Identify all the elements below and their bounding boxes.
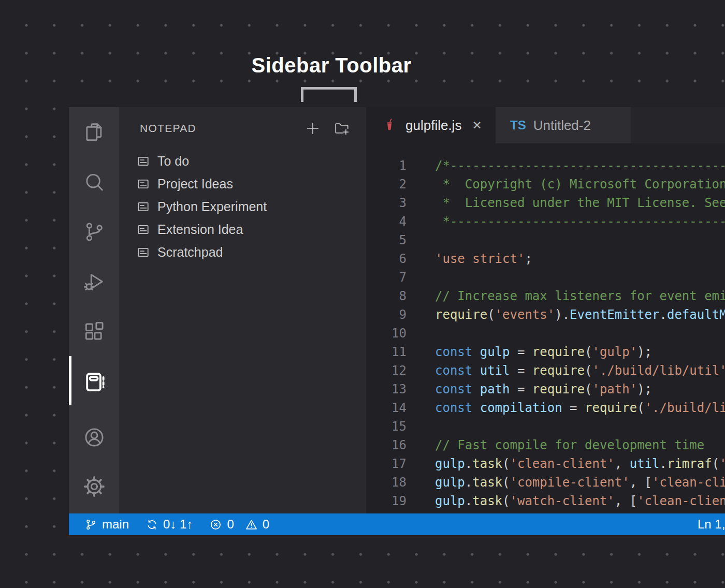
status-cursor-position[interactable]: Ln 1,: [698, 513, 725, 535]
code-line: 18gulp.task('compile-client', ['clean-cl…: [366, 473, 725, 492]
activity-item-run-debug[interactable]: [69, 270, 119, 295]
sidebar-header: NOTEPAD: [119, 107, 366, 150]
note-item[interactable]: Extension Idea: [119, 218, 366, 241]
git-branch-icon: [84, 518, 97, 531]
notes-list: To doProject IdeasPython ExperimentExten…: [119, 150, 366, 263]
tab-untitled-2[interactable]: TS Untitled-2: [496, 107, 631, 143]
code-line: 14const compilation = require('./build/l…: [366, 399, 725, 417]
line-number: 1: [366, 156, 407, 175]
code-line: 8// Increase max listeners for event emi…: [366, 287, 725, 305]
note-icon: [136, 154, 150, 168]
code-line: 4 *-------------------------------------…: [366, 212, 725, 231]
note-icon: [136, 223, 150, 237]
new-note-button[interactable]: [304, 120, 322, 137]
extensions-icon: [82, 320, 106, 344]
sidebar-toolbar: [304, 120, 351, 137]
line-number: 11: [366, 343, 407, 361]
code-text: require('events').EventEmitter.defaultMa…: [435, 305, 725, 324]
sidebar: NOTEPAD To doProject IdeasPython Experim…: [119, 107, 366, 513]
code-text: const util = require('./build/lib/util')…: [435, 361, 725, 380]
close-icon[interactable]: ✕: [472, 119, 482, 133]
page-background: Sidebar Toolbar NOTEPAD To doProject Ide…: [0, 0, 725, 588]
line-number: 3: [366, 194, 407, 212]
note-label: Python Experiment: [157, 199, 267, 214]
note-item[interactable]: Project Ideas: [119, 172, 366, 195]
note-icon: [136, 245, 150, 259]
activity-item-settings[interactable]: [69, 474, 119, 499]
activity-item-source-control[interactable]: [69, 219, 119, 244]
tab-label: Untitled-2: [533, 117, 591, 134]
code-editor[interactable]: 1/*-------------------------------------…: [366, 143, 725, 513]
line-number: 5: [366, 231, 407, 249]
line-number: 12: [366, 361, 407, 380]
status-branch[interactable]: main: [84, 517, 129, 532]
search-icon: [82, 170, 106, 194]
code-line: 6'use strict';: [366, 249, 725, 268]
code-line: 3 * Licensed under the MIT License. See …: [366, 194, 725, 212]
note-label: To do: [157, 154, 189, 169]
account-icon: [82, 425, 106, 449]
main-row: NOTEPAD To doProject IdeasPython Experim…: [69, 107, 725, 513]
branch-name: main: [102, 517, 129, 532]
vscode-window: NOTEPAD To doProject IdeasPython Experim…: [69, 107, 725, 535]
code-text: // Increase max listeners for event emit…: [435, 287, 725, 305]
activity-item-notepad[interactable]: [69, 370, 119, 394]
code-line: 2 * Copyright (c) Microsoft Corporation.…: [366, 175, 725, 194]
note-label: Project Ideas: [157, 177, 233, 192]
activity-item-search[interactable]: [69, 170, 119, 195]
code-text: 'use strict';: [435, 249, 532, 268]
annotation-bracket: [301, 87, 357, 102]
code-text: *---------------------------------------…: [435, 212, 725, 231]
code-line: 17gulp.task('clean-client', util.rimraf(…: [366, 454, 725, 473]
line-number: 15: [366, 417, 407, 436]
code-line: 16// Fast compile for development time: [366, 436, 725, 454]
editor-group: gulpfile.js ✕ TS Untitled-2 1/*---------…: [366, 107, 725, 513]
code-line: 19gulp.task('watch-client', ['clean-clie…: [366, 492, 725, 510]
new-folder-button[interactable]: [333, 120, 351, 137]
note-icon: [136, 200, 150, 214]
error-count: 0: [227, 517, 234, 532]
code-line: 12const util = require('./build/lib/util…: [366, 361, 725, 380]
line-number: 8: [366, 287, 407, 305]
code-line: 13const path = require('path');: [366, 380, 725, 399]
tab-gulpfile-js[interactable]: gulpfile.js ✕: [366, 107, 496, 143]
status-problems[interactable]: 0 0: [209, 517, 269, 532]
code-text: * Licensed under the MIT License. See Li…: [435, 194, 725, 212]
note-item[interactable]: Python Experiment: [119, 195, 366, 218]
code-text: /*--------------------------------------…: [435, 156, 725, 175]
status-sync[interactable]: 0↓ 1↑: [146, 517, 193, 532]
note-label: Scratchpad: [157, 245, 223, 260]
note-label: Extension Idea: [157, 222, 243, 237]
note-item[interactable]: Scratchpad: [119, 241, 366, 263]
line-number: 4: [366, 212, 407, 231]
code-text: const gulp = require('gulp');: [435, 343, 652, 361]
tab-label: gulpfile.js: [405, 117, 461, 134]
sync-icon: [146, 518, 158, 531]
files-icon: [82, 120, 106, 144]
error-icon: [209, 518, 222, 531]
line-number: 19: [366, 492, 407, 510]
note-icon: [136, 177, 150, 191]
line-number: 6: [366, 249, 407, 268]
code-line: 15: [366, 417, 725, 436]
code-text: gulp.task('clean-client', util.rimraf('o…: [435, 454, 725, 473]
status-bar: main 0↓ 1↑ 0 0 Ln 1,: [69, 513, 725, 535]
code-line: 7: [366, 268, 725, 287]
code-line: 11const gulp = require('gulp');: [366, 343, 725, 361]
source-control-icon: [82, 220, 106, 244]
activity-item-extensions[interactable]: [69, 319, 119, 344]
line-number: 18: [366, 473, 407, 492]
activity-item-explorer[interactable]: [69, 120, 119, 144]
code-text: gulp.task('watch-client', ['clean-client…: [435, 492, 725, 510]
code-line: 10: [366, 324, 725, 343]
gear-icon: [82, 475, 106, 498]
activity-item-account[interactable]: [69, 425, 119, 450]
sync-counts: 0↓ 1↑: [163, 517, 193, 532]
note-item[interactable]: To do: [119, 150, 366, 172]
line-number: 7: [366, 268, 407, 287]
line-number: 14: [366, 399, 407, 417]
code-text: const compilation = require('./build/lib…: [435, 399, 725, 417]
code-line: 5: [366, 231, 725, 249]
line-number: 9: [366, 305, 407, 324]
line-number: 17: [366, 454, 407, 473]
